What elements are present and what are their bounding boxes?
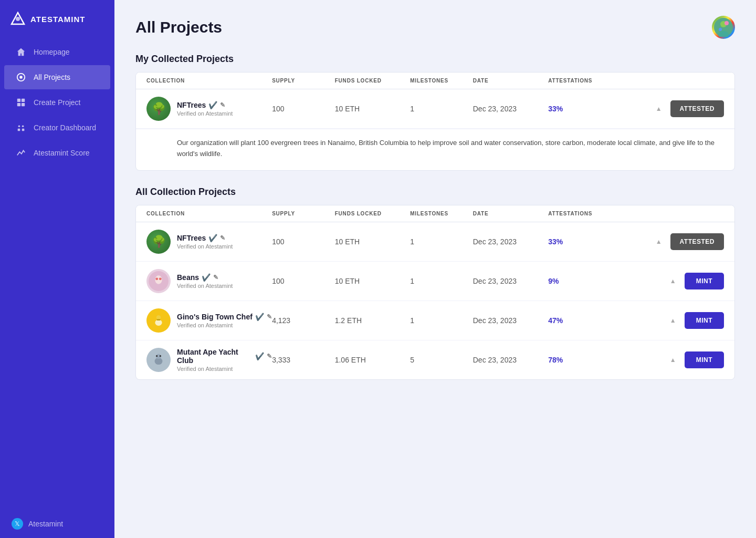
all-row-beans: Beans ✔️ ✎ Verified on Atestamint 100 10… [136,262,734,301]
sidebar-logo[interactable]: ATESTAMINT [0,0,114,36]
col-action-1 [624,78,724,84]
svg-rect-10 [18,129,20,131]
col-collection-1: COLLECTION [146,78,272,84]
all-collection-title: All Collection Projects [135,187,735,198]
table-row: 🌳 NFTrees ✔️ ✎ Verified on Atestamint 10… [136,89,734,129]
collection-sub: Verified on Atestamint [177,366,272,372]
supply-value: 100 [272,277,335,285]
action-cell: ▲ ATTESTED [624,233,724,250]
action-cell: ▲ MINT [624,273,724,289]
supply-value: 100 [272,105,335,113]
collection-cell: 🌳 NFTrees ✔️ ✎ Verified on Atestamint [146,97,272,121]
sidebar-item-creator-dashboard[interactable]: Creator Dashboard [4,116,110,140]
verified-icon: ✔️ [202,273,211,282]
date-value: Dec 23, 2023 [473,237,548,246]
chevron-up-icon[interactable]: ▲ [656,238,662,245]
sidebar-label-create-project: Create Project [34,98,80,107]
svg-point-28 [156,355,158,357]
projects-icon [16,72,26,82]
action-cell: ▲ MINT [624,312,724,329]
edit-icon[interactable]: ✎ [220,101,225,109]
edit-icon[interactable]: ✎ [267,313,272,320]
my-collected-row-nftrees: 🌳 NFTrees ✔️ ✎ Verified on Atestamint 10… [136,89,734,170]
sidebar-label-homepage: Homepage [34,48,70,56]
chevron-up-icon[interactable]: ▲ [670,356,676,364]
col-supply-2: SUPPLY [272,211,335,216]
supply-value: 4,123 [272,316,335,325]
collection-name: NFTrees ✔️ ✎ [177,101,233,109]
table-row: Beans ✔️ ✎ Verified on Atestamint 100 10… [136,262,734,301]
sidebar-item-create-project[interactable]: Create Project [4,90,110,115]
edit-icon[interactable]: ✎ [220,234,225,242]
chevron-up-icon[interactable]: ▲ [670,317,676,324]
sidebar-label-atestamint-score: Atestamint Score [34,149,90,157]
collection-info: Beans ✔️ ✎ Verified on Atestamint [177,273,233,289]
svg-point-22 [155,319,162,326]
verified-icon: ✔️ [208,101,217,109]
sidebar-item-homepage[interactable]: Homepage [4,40,110,64]
collection-sub: Verified on Atestamint [177,243,233,250]
attested-button-2[interactable]: ATTESTED [670,233,724,250]
funds-value: 10 ETH [335,277,410,285]
nftrees-avatar-2: 🌳 [146,230,171,254]
my-collected-header: COLLECTION SUPPLY FUNDS LOCKED MILESTONE… [136,73,734,89]
page-header: All Projects [135,16,735,39]
verified-icon: ✔️ [255,313,264,321]
attested-button[interactable]: ATTESTED [670,100,724,117]
collection-cell: Beans ✔️ ✎ Verified on Atestamint [146,269,272,293]
sidebar-label-creator-dashboard: Creator Dashboard [34,123,96,132]
mint-button-beans[interactable]: MINT [685,273,724,289]
home-icon [16,47,26,57]
collection-info: Gino's Big Town Chef ✔️ ✎ Verified on At… [177,313,272,328]
my-collected-title: My Collected Projects [135,54,735,65]
collection-cell: Gino's Big Town Chef ✔️ ✎ Verified on At… [146,308,272,333]
all-row-ape: Mutant Ape Yacht Club ✔️ ✎ Verified on A… [136,340,734,379]
sidebar-footer[interactable]: 𝕏 Atestamint [0,510,114,538]
collection-sub: Verified on Atestamint [177,322,272,328]
date-value: Dec 23, 2023 [473,105,548,113]
logo-text: ATESTAMINT [30,15,85,24]
col-supply-1: SUPPLY [272,78,335,84]
col-date-2: DATE [473,211,548,216]
chevron-up-icon[interactable]: ▲ [670,277,676,285]
svg-point-15 [724,21,729,25]
sidebar-item-atestamint-score[interactable]: Atestamint Score [4,141,110,165]
mint-button-ape[interactable]: MINT [685,351,724,368]
mint-button-ginos[interactable]: MINT [685,312,724,329]
my-collected-table: COLLECTION SUPPLY FUNDS LOCKED MILESTONE… [135,72,735,171]
attestation-value: 33% [548,237,623,246]
twitter-icon: 𝕏 [12,518,23,530]
attestation-value: 33% [548,105,623,113]
svg-point-16 [719,28,722,31]
col-funds-1: FUNDS LOCKED [335,78,410,84]
my-collected-section: My Collected Projects COLLECTION SUPPLY … [135,54,735,171]
collection-sub: Verified on Atestamint [177,283,233,289]
create-icon [16,97,26,108]
milestones-value: 1 [410,105,473,113]
supply-value: 3,333 [272,356,335,364]
funds-value: 1.06 ETH [335,356,410,364]
edit-icon[interactable]: ✎ [267,353,272,360]
svg-point-20 [159,277,162,280]
collection-sub: Verified on Atestamint [177,110,233,117]
svg-point-8 [18,126,20,128]
dashboard-icon [16,122,26,133]
collection-info: Mutant Ape Yacht Club ✔️ ✎ Verified on A… [177,348,272,372]
svg-rect-11 [22,129,25,131]
chevron-up-icon[interactable]: ▲ [656,105,662,112]
sidebar-label-all-projects: All Projects [34,73,70,81]
milestones-value: 1 [410,237,473,246]
table-row: 🌳 NFTrees ✔️ ✎ Verified on Atestamint 10… [136,222,734,261]
date-value: Dec 23, 2023 [473,356,548,364]
logo-icon [10,12,25,26]
funds-value: 10 ETH [335,105,410,113]
col-funds-2: FUNDS LOCKED [335,211,410,216]
svg-point-9 [22,126,24,128]
edit-icon[interactable]: ✎ [213,274,218,281]
all-row-ginos: Gino's Big Town Chef ✔️ ✎ Verified on At… [136,301,734,340]
svg-rect-7 [22,103,25,106]
funds-value: 1.2 ETH [335,316,410,325]
user-avatar[interactable] [712,16,735,39]
all-row-nftrees: 🌳 NFTrees ✔️ ✎ Verified on Atestamint 10… [136,222,734,262]
sidebar-item-all-projects[interactable]: All Projects [4,65,110,89]
